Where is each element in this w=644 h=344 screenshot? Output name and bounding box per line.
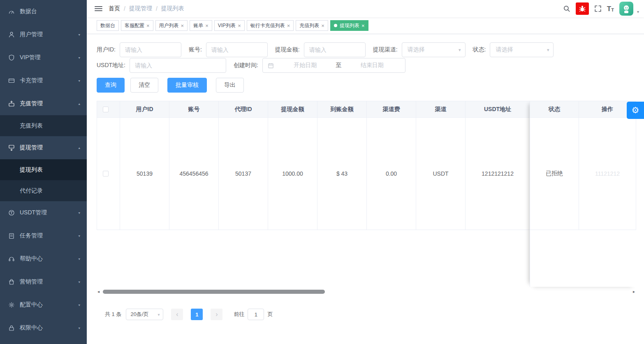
next-page-button[interactable]: › — [211, 309, 222, 320]
sidebar-item-config-center[interactable]: 配置中心 ▾ — [0, 293, 87, 316]
tab-user-list[interactable]: 用户列表 × — [155, 20, 188, 31]
goto-page-input[interactable] — [248, 309, 264, 320]
sidebar-item-recharge-list[interactable]: 充值列表 — [0, 115, 87, 136]
withdraw-icon — [8, 144, 15, 151]
recharge-submenu: 充值列表 — [0, 115, 87, 136]
pagination: 共 1 条 20条/页 ▾ ‹ 1 › 前往 页 — [97, 309, 636, 320]
close-icon[interactable]: × — [238, 23, 241, 28]
export-button[interactable]: 导出 — [216, 78, 244, 93]
prev-page-button[interactable]: ‹ — [171, 309, 183, 320]
close-icon[interactable]: × — [361, 23, 365, 28]
hamburger-icon[interactable] — [95, 5, 102, 12]
close-icon[interactable]: × — [205, 23, 208, 28]
sidebar-item-recharge-mgmt[interactable]: 充值管理 ▴ — [0, 92, 87, 115]
tab-bank-card-recharge-list[interactable]: 银行卡充值列表 × — [247, 20, 294, 31]
chevron-down-icon: ▾ — [78, 211, 80, 215]
user-id-input[interactable] — [120, 42, 181, 57]
vip-icon — [8, 54, 15, 61]
close-icon[interactable]: × — [181, 23, 184, 28]
bug-icon — [579, 5, 586, 12]
tab-label: 充值列表 — [299, 22, 319, 29]
tab-customer-service-config[interactable]: 客服配置 × — [121, 20, 153, 31]
clear-button[interactable]: 清空 — [130, 78, 158, 93]
sidebar-item-card-recharge-mgmt[interactable]: 卡充管理 ▾ — [0, 69, 87, 92]
user-icon — [8, 31, 15, 38]
sidebar-item-help-center[interactable]: 帮助中心 ▾ — [0, 247, 87, 270]
chevron-down-icon: ▾ — [78, 257, 80, 261]
top-navbar: 首页 / 提现管理 / 提现列表 TT ▾ — [87, 0, 644, 17]
scroll-right-arrow-icon[interactable]: ▸ — [633, 289, 635, 294]
sidebar-item-marketing-mgmt[interactable]: 营销管理 ▾ — [0, 270, 87, 293]
select-all-checkbox[interactable] — [103, 107, 109, 112]
header-cell-channel: 渠道 — [416, 101, 466, 118]
tab-withdraw-list[interactable]: 提现列表 × — [330, 20, 368, 31]
search-button[interactable]: 查询 — [97, 78, 125, 93]
sidebar-item-label: 任务管理 — [20, 232, 78, 239]
date-range-separator: 至 — [333, 62, 344, 69]
error-log-button[interactable] — [576, 2, 589, 15]
sidebar-item-task-mgmt[interactable]: 任务管理 ▾ — [0, 224, 87, 247]
header-cell-usdt-address: USDT地址 — [466, 101, 530, 118]
sidebar-item-withdraw-mgmt[interactable]: 提现管理 ▴ — [0, 136, 87, 159]
page-unit-label: 页 — [267, 311, 273, 318]
amount-input[interactable] — [304, 42, 366, 57]
page-1-button[interactable]: 1 — [191, 309, 203, 320]
tab-dashboard[interactable]: 数据台 — [97, 20, 119, 31]
end-date-input[interactable]: 结束日期 — [344, 62, 400, 69]
scroll-left-arrow-icon[interactable]: ◂ — [97, 289, 100, 294]
account-label: 账号: — [189, 46, 202, 53]
sidebar-item-user-mgmt[interactable]: 用户管理 ▾ — [0, 23, 87, 46]
sidebar-item-dashboard[interactable]: 数据台 — [0, 0, 87, 23]
page-size-value: 20条/页 — [130, 311, 158, 318]
goto-label: 前往 — [234, 311, 244, 318]
batch-review-button[interactable]: 批量审核 — [167, 78, 207, 93]
sidebar-item-permission-center[interactable]: 权限中心 ▾ — [0, 316, 87, 339]
tab-vip-list[interactable]: VIP列表 × — [214, 20, 245, 31]
account-input[interactable] — [206, 42, 268, 57]
config-icon — [8, 302, 15, 308]
avatar-figure-icon — [621, 4, 631, 14]
sidebar-item-usdt-mgmt[interactable]: USDT管理 ▾ — [0, 201, 87, 224]
help-icon — [8, 256, 15, 262]
column-settings-button[interactable]: ⚙ — [627, 102, 644, 119]
horizontal-scrollbar-thumb[interactable] — [103, 290, 325, 294]
tab-bill[interactable]: 账单 × — [190, 20, 212, 31]
sidebar-item-label: 数据台 — [20, 8, 80, 15]
avatar-dropdown-caret-icon[interactable]: ▾ — [637, 9, 639, 14]
font-size-icon[interactable]: TT — [607, 5, 614, 12]
start-date-input[interactable]: 开始日期 — [277, 62, 334, 69]
total-count: 共 1 条 — [105, 311, 121, 318]
sidebar-item-label: 提现列表 — [20, 166, 80, 174]
date-range-picker[interactable]: 开始日期 至 结束日期 — [262, 58, 405, 73]
page-content: 用户ID: 账号: 提现金额: 提现渠道: 请选择 ▾ 状态: — [87, 34, 644, 320]
header-cell-account: 账号 — [169, 101, 219, 118]
task-icon — [8, 232, 15, 239]
created-time-label: 创建时间: — [234, 62, 258, 69]
tab-recharge-list[interactable]: 充值列表 × — [296, 20, 328, 31]
channel-label: 提现渠道: — [373, 46, 398, 53]
cell-status: 已拒绝 — [530, 118, 579, 230]
sidebar-item-vip-mgmt[interactable]: VIP管理 ▾ — [0, 46, 87, 69]
filter-row-1: 用户ID: 账号: 提现金额: 提现渠道: 请选择 ▾ 状态: — [97, 42, 636, 57]
close-icon[interactable]: × — [321, 23, 324, 28]
page-size-select[interactable]: 20条/页 ▾ — [126, 309, 163, 320]
sidebar-item-payout-records[interactable]: 代付记录 — [0, 180, 87, 201]
status-select[interactable]: 请选择 ▾ — [490, 42, 554, 57]
sidebar-item-withdraw-list[interactable]: 提现列表 — [0, 159, 87, 180]
chevron-down-icon: ▾ — [459, 47, 461, 53]
search-icon[interactable] — [563, 5, 570, 12]
usdt-address-input[interactable] — [130, 58, 226, 73]
withdraw-submenu: 提现列表 代付记录 — [0, 159, 87, 201]
channel-select[interactable]: 请选择 ▾ — [402, 42, 466, 57]
close-icon[interactable]: × — [287, 23, 290, 28]
breadcrumb-home[interactable]: 首页 — [109, 5, 120, 12]
fullscreen-icon[interactable] — [594, 5, 602, 12]
avatar[interactable] — [619, 2, 633, 16]
breadcrumb-withdraw-mgmt: 提现管理 — [129, 5, 152, 12]
amount-label: 提现金额: — [275, 46, 300, 53]
navbar-actions: TT ▾ — [563, 2, 644, 16]
sidebar-item-label: 提现管理 — [20, 144, 78, 151]
close-icon[interactable]: × — [146, 23, 150, 28]
row-checkbox[interactable] — [103, 171, 109, 177]
chevron-down-icon: ▾ — [78, 326, 80, 330]
